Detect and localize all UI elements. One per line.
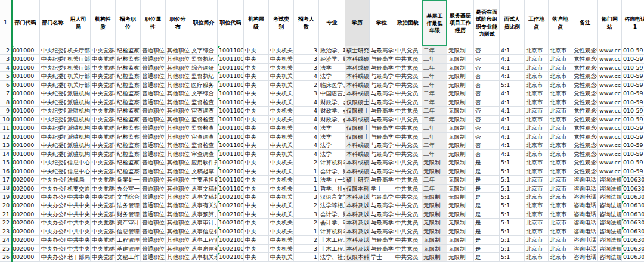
cell[interactable]: 5:1 <box>500 158 525 167</box>
cell[interactable]: 2 <box>294 236 319 244</box>
cell[interactable]: 5:1 <box>500 253 525 261</box>
cell[interactable]: 010-59 <box>622 98 644 107</box>
cell[interactable]: 10011000 <box>218 55 244 63</box>
cell[interactable]: 无限制 <box>422 219 447 227</box>
row-number[interactable]: 10 <box>0 116 11 124</box>
cell[interactable]: 中央党群机关 <box>91 141 116 149</box>
cell[interactable]: 其他职位 <box>166 133 190 141</box>
cell[interactable]: 无限制 <box>447 141 474 149</box>
cell[interactable]: 中央 <box>244 253 269 261</box>
cell[interactable]: 二年 <box>422 176 447 184</box>
cell[interactable]: 否 <box>474 72 500 80</box>
cell[interactable]: 哲学、社会学 <box>319 185 345 193</box>
cell[interactable]: 4 <box>294 107 319 115</box>
cell[interactable]: 中央 <box>244 219 269 227</box>
cell[interactable]: 中央 <box>244 158 269 167</box>
cell[interactable]: 10021000 <box>218 219 244 227</box>
cell[interactable]: 二年 <box>422 46 447 55</box>
cell[interactable]: 10021000 <box>218 227 244 236</box>
cell[interactable]: 中共中央直属机关事务管理局 <box>66 201 91 210</box>
cell[interactable]: 中共党员 <box>394 64 422 72</box>
cell[interactable]: 普通职位 <box>141 124 166 132</box>
cell[interactable]: 与最高学历相对应的学位 <box>370 227 394 236</box>
cell[interactable]: 其他职位 <box>166 227 190 236</box>
cell[interactable]: 中共党员 <box>394 210 422 219</box>
cell[interactable]: 文秘工作一级主任科员及以下 <box>116 253 141 261</box>
cell[interactable]: 财政学、会计学 <box>319 116 345 124</box>
cell[interactable]: 其他职位 <box>166 176 190 184</box>
cell[interactable]: 普通职位 <box>141 98 166 107</box>
cell[interactable]: 与最高学历相对应的学位 <box>370 107 394 115</box>
cell[interactable]: 法学等相关专业 <box>319 201 345 210</box>
cell[interactable]: 普通职位 <box>141 176 166 184</box>
cell[interactable]: 否 <box>474 107 500 115</box>
cell[interactable]: 001000 <box>11 150 40 158</box>
cell[interactable]: 无限制 <box>447 185 474 193</box>
cell[interactable]: 中央 <box>244 124 269 132</box>
cell[interactable]: 中央 <box>244 210 269 219</box>
cell[interactable]: 与最高学历相对应的学位 <box>370 176 394 184</box>
row-number[interactable]: 15 <box>0 158 11 167</box>
cell[interactable]: 中央机关及省级（含副省级）直属机构职位 <box>269 245 294 253</box>
cell[interactable]: 中央 <box>244 167 269 176</box>
cell[interactable]: 010630 <box>622 219 644 227</box>
cell[interactable]: 中央机关及省级（含副省级）直属机构职位 <box>269 141 294 149</box>
cell[interactable]: 纪检监察职位 <box>116 55 141 63</box>
cell[interactable]: 010-59 <box>622 167 644 176</box>
cell[interactable]: 本科或硕士 <box>345 116 370 124</box>
cell[interactable]: 是 <box>474 176 500 184</box>
cell[interactable]: 中央机关及省级（含副省级）直属机构职位 <box>269 210 294 219</box>
cell[interactable]: 中央办公厅 <box>40 227 66 236</box>
cell[interactable]: 中共党员 <box>394 158 422 167</box>
cell[interactable]: 与最高学历相对应的学位 <box>370 236 394 244</box>
cell[interactable]: 4 <box>294 72 319 80</box>
row-number[interactable]: 25 <box>0 245 11 253</box>
cell[interactable]: 北京市 <box>525 107 549 115</box>
cell[interactable]: 中央机关及省级（含副省级）直属机构职位 <box>269 81 294 89</box>
cell[interactable]: 二年 <box>422 107 447 115</box>
cell[interactable]: 党性观念强、作风正派 <box>572 141 598 149</box>
cell[interactable]: 中央办公厅 <box>40 245 66 253</box>
cell[interactable]: 中共党员 <box>394 72 422 80</box>
cell[interactable]: 北京市 <box>525 185 549 193</box>
cell[interactable]: 中央机关及省级（含副省级）直属机构职位 <box>269 133 294 141</box>
cell[interactable]: 中央党群机关 <box>91 201 116 210</box>
cell[interactable]: 5:1 <box>500 81 525 89</box>
cell[interactable]: 002000 <box>11 210 40 219</box>
cell[interactable]: 中央党群机关 <box>91 227 116 236</box>
cell[interactable]: 计算机科学与技术 <box>319 158 345 167</box>
cell[interactable]: 中央 <box>244 150 269 158</box>
cell[interactable]: 北京市 <box>525 201 549 210</box>
cell[interactable]: 北京市 <box>549 81 572 89</box>
cell[interactable]: 财政学、会计学 <box>319 98 345 107</box>
cell[interactable]: 信息中心 <box>66 158 91 167</box>
cell[interactable]: 4:1 <box>500 107 525 115</box>
cell[interactable]: 与最高学历相对应的学位 <box>370 133 394 141</box>
cell[interactable]: 否 <box>474 124 500 132</box>
cell[interactable]: 与最高学历相对应的学位 <box>370 141 394 149</box>
cell[interactable]: 无限制 <box>422 227 447 236</box>
cell[interactable]: 北京市 <box>525 72 549 80</box>
row-number[interactable]: 20 <box>0 201 11 210</box>
cell[interactable]: 002000 <box>11 245 40 253</box>
row-number[interactable]: 16 <box>0 167 11 176</box>
cell[interactable]: 其他职位 <box>166 46 190 55</box>
cell[interactable]: 学士 <box>370 185 394 193</box>
cell[interactable]: 无限制 <box>447 245 474 253</box>
cell[interactable]: 备案处一级主任科员及以下 <box>116 176 141 184</box>
cell[interactable]: 中央机关及省级（含副省级）直属机构职位 <box>269 185 294 193</box>
cell[interactable]: 硕士研究生 <box>345 176 370 184</box>
cell[interactable]: 其他职位 <box>166 150 190 158</box>
cell[interactable]: 北京市 <box>549 46 572 55</box>
row-number[interactable]: 19 <box>0 193 11 201</box>
cell[interactable]: 001000 <box>11 124 40 132</box>
cell[interactable]: 中共党员 <box>394 150 422 158</box>
cell[interactable]: 中央党群机关 <box>91 133 116 141</box>
cell[interactable]: 法学 <box>319 72 345 80</box>
cell[interactable]: 2 <box>294 219 319 227</box>
cell[interactable]: 咨询法规局 <box>598 245 622 253</box>
column-header[interactable]: 面试人员比例 <box>500 0 525 46</box>
cell[interactable]: 10021000 <box>218 253 244 261</box>
cell[interactable]: 经济学、财政学 <box>319 55 345 63</box>
column-header[interactable]: 专业 <box>319 0 345 46</box>
